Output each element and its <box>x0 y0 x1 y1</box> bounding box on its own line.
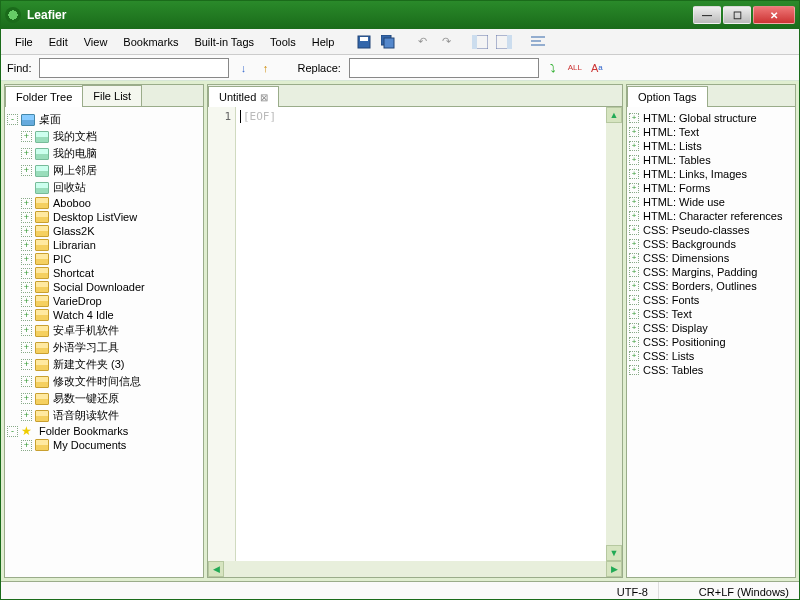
option-toggle-icon[interactable]: + <box>629 295 639 305</box>
tree-item-14[interactable]: +外语学习工具 <box>7 339 201 356</box>
option-tag-item[interactable]: +CSS: Pseudo-classes <box>629 223 793 237</box>
tree-toggle-icon[interactable]: + <box>21 212 32 223</box>
tree-toggle-icon[interactable]: + <box>21 131 32 142</box>
tree-toggle-icon[interactable]: + <box>21 393 32 404</box>
option-tag-item[interactable]: +CSS: Display <box>629 321 793 335</box>
option-tag-item[interactable]: +HTML: Character references <box>629 209 793 223</box>
option-tag-item[interactable]: +HTML: Wide use <box>629 195 793 209</box>
tree-item-17[interactable]: +易数一键还原 <box>7 390 201 407</box>
tab-file-list[interactable]: File List <box>82 85 142 106</box>
menu-help[interactable]: Help <box>304 32 343 52</box>
close-button[interactable]: ✕ <box>753 6 795 24</box>
layout1-icon[interactable] <box>471 33 489 51</box>
case-icon[interactable]: Aa <box>589 60 605 76</box>
align-icon[interactable] <box>529 33 547 51</box>
tree-toggle-icon[interactable]: + <box>21 296 32 307</box>
close-tab-icon[interactable]: ⊠ <box>260 92 268 103</box>
tree-toggle-icon[interactable]: + <box>21 410 32 421</box>
option-toggle-icon[interactable]: + <box>629 155 639 165</box>
replace-input[interactable] <box>349 58 539 78</box>
option-toggle-icon[interactable]: + <box>629 225 639 235</box>
option-toggle-icon[interactable]: + <box>629 309 639 319</box>
menu-tools[interactable]: Tools <box>262 32 304 52</box>
option-tag-item[interactable]: +HTML: Forms <box>629 181 793 195</box>
tree-bookmark-0[interactable]: +My Documents <box>7 438 201 452</box>
option-toggle-icon[interactable]: + <box>629 323 639 333</box>
save-icon[interactable] <box>355 33 373 51</box>
option-tag-item[interactable]: +CSS: Positioning <box>629 335 793 349</box>
option-tag-item[interactable]: +HTML: Text <box>629 125 793 139</box>
option-toggle-icon[interactable]: + <box>629 169 639 179</box>
tree-toggle-icon[interactable]: + <box>21 165 32 176</box>
tree-toggle-icon[interactable]: + <box>21 359 32 370</box>
find-next-icon[interactable]: ↑ <box>257 60 273 76</box>
replace-one-icon[interactable]: ⤵ <box>545 60 561 76</box>
option-toggle-icon[interactable]: + <box>629 337 639 347</box>
tree-item-18[interactable]: +语音朗读软件 <box>7 407 201 424</box>
tree-toggle-icon[interactable]: + <box>21 325 32 336</box>
undo-icon[interactable]: ↶ <box>413 33 431 51</box>
tree-item-5[interactable]: +Desktop ListView <box>7 210 201 224</box>
tree-toggle-icon[interactable]: + <box>21 254 32 265</box>
tree-item-1[interactable]: +我的电脑 <box>7 145 201 162</box>
tree-item-16[interactable]: +修改文件时间信息 <box>7 373 201 390</box>
tree-toggle-icon[interactable]: + <box>21 440 32 451</box>
tree-toggle-icon[interactable]: - <box>7 114 18 125</box>
menu-file[interactable]: File <box>7 32 41 52</box>
tree-item-11[interactable]: +VarieDrop <box>7 294 201 308</box>
tree-item-9[interactable]: +Shortcat <box>7 266 201 280</box>
option-tag-item[interactable]: +HTML: Links, Images <box>629 167 793 181</box>
option-tag-item[interactable]: +CSS: Fonts <box>629 293 793 307</box>
redo-icon[interactable]: ↷ <box>437 33 455 51</box>
option-tag-item[interactable]: +CSS: Tables <box>629 363 793 377</box>
option-tag-item[interactable]: +HTML: Global structure <box>629 111 793 125</box>
save-all-icon[interactable] <box>379 33 397 51</box>
option-toggle-icon[interactable]: + <box>629 211 639 221</box>
editor-area[interactable]: 1 [EOF] ▲ ▼ <box>208 107 622 561</box>
menu-builtin-tags[interactable]: Built-in Tags <box>186 32 262 52</box>
option-toggle-icon[interactable]: + <box>629 127 639 137</box>
tab-option-tags[interactable]: Option Tags <box>627 86 708 107</box>
find-prev-icon[interactable]: ↓ <box>235 60 251 76</box>
tree-toggle-icon[interactable]: + <box>21 198 32 209</box>
option-toggle-icon[interactable]: + <box>629 351 639 361</box>
tree-toggle-icon[interactable]: + <box>21 282 32 293</box>
tree-toggle-icon[interactable]: + <box>21 310 32 321</box>
option-toggle-icon[interactable]: + <box>629 253 639 263</box>
tree-item-15[interactable]: +新建文件夹 (3) <box>7 356 201 373</box>
option-tag-item[interactable]: +CSS: Lists <box>629 349 793 363</box>
vertical-scrollbar[interactable]: ▲ ▼ <box>606 107 622 561</box>
option-toggle-icon[interactable]: + <box>629 113 639 123</box>
tree-toggle-icon[interactable]: + <box>21 268 32 279</box>
find-input[interactable] <box>39 58 229 78</box>
option-tag-item[interactable]: +CSS: Backgrounds <box>629 237 793 251</box>
option-tag-item[interactable]: +CSS: Borders, Outlines <box>629 279 793 293</box>
tree-toggle-icon[interactable]: + <box>21 226 32 237</box>
layout2-icon[interactable] <box>495 33 513 51</box>
tree-root-desktop[interactable]: -桌面 <box>7 111 201 128</box>
scroll-up-icon[interactable]: ▲ <box>606 107 622 123</box>
option-tag-item[interactable]: +CSS: Dimensions <box>629 251 793 265</box>
editor-tab-untitled[interactable]: Untitled ⊠ <box>208 86 279 107</box>
option-tag-item[interactable]: +HTML: Tables <box>629 153 793 167</box>
option-toggle-icon[interactable]: + <box>629 197 639 207</box>
option-tag-item[interactable]: +CSS: Margins, Padding <box>629 265 793 279</box>
minimize-button[interactable]: — <box>693 6 721 24</box>
tree-item-12[interactable]: +Watch 4 Idle <box>7 308 201 322</box>
tree-root-bookmarks[interactable]: -★Folder Bookmarks <box>7 424 201 438</box>
tree-toggle-icon[interactable]: + <box>21 240 32 251</box>
maximize-button[interactable]: ☐ <box>723 6 751 24</box>
menu-bookmarks[interactable]: Bookmarks <box>115 32 186 52</box>
option-tag-item[interactable]: +CSS: Text <box>629 307 793 321</box>
tree-toggle-icon[interactable]: + <box>21 376 32 387</box>
tree-item-13[interactable]: +安卓手机软件 <box>7 322 201 339</box>
tree-item-2[interactable]: +网上邻居 <box>7 162 201 179</box>
tab-folder-tree[interactable]: Folder Tree <box>5 86 83 107</box>
tree-item-10[interactable]: +Social Downloader <box>7 280 201 294</box>
option-tag-item[interactable]: +HTML: Lists <box>629 139 793 153</box>
tree-toggle-icon[interactable]: + <box>21 342 32 353</box>
option-toggle-icon[interactable]: + <box>629 267 639 277</box>
scroll-down-icon[interactable]: ▼ <box>606 545 622 561</box>
tree-toggle-icon[interactable]: + <box>21 148 32 159</box>
tree-item-3[interactable]: 回收站 <box>7 179 201 196</box>
